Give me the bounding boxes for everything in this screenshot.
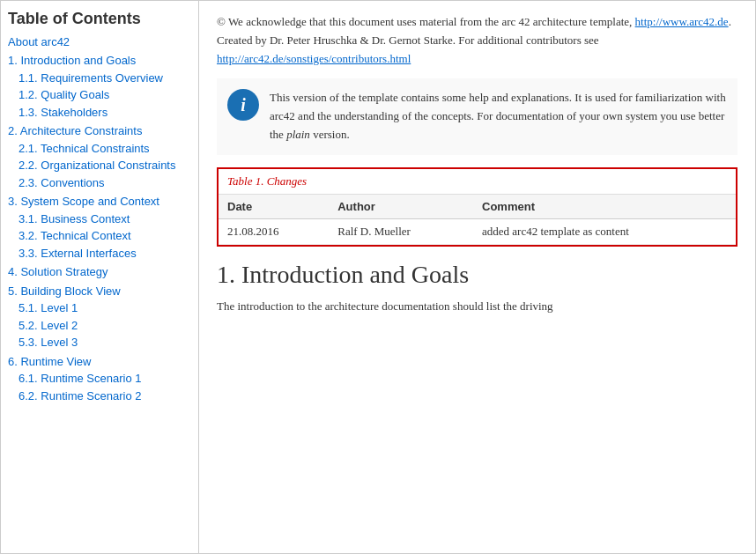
toc-item-1.3[interactable]: 1.3. Stakeholders xyxy=(19,104,191,122)
toc-list: 1. Introduction and Goals1.1. Requiremen… xyxy=(8,52,191,404)
sidebar: Table of Contents About arc42 1. Introdu… xyxy=(1,1,199,553)
arc42-link[interactable]: http://www.arc42.de xyxy=(635,15,729,28)
toc-item-3.2[interactable]: 3.2. Technical Context xyxy=(19,227,191,245)
toc-item-2.3[interactable]: 2.3. Conventions xyxy=(19,174,191,192)
toc-item-3.3[interactable]: 3.3. External Interfaces xyxy=(19,245,191,262)
cell-date: 21.08.2016 xyxy=(219,218,329,244)
col-author: Author xyxy=(329,195,473,219)
toc-item-3[interactable]: 3. System Scope and Context xyxy=(8,193,191,211)
toc-item-1[interactable]: 1. Introduction and Goals xyxy=(8,52,191,70)
changes-table-box: Table 1. Changes Date Author Comment 21.… xyxy=(217,167,737,247)
toc-item-2[interactable]: 2. Architecture Constraints xyxy=(8,122,191,140)
copyright-text-1: © We acknowledge that this document uses… xyxy=(217,15,635,28)
toc-item-4[interactable]: 4. Solution Strategy xyxy=(8,263,191,281)
toc-title: Table of Contents xyxy=(8,10,191,28)
table-row: 21.08.2016Ralf D. Muelleradded arc42 tem… xyxy=(219,218,736,244)
toc-item-2.1[interactable]: 2.1. Technical Constraints xyxy=(19,140,191,158)
toc-item-1.2[interactable]: 1.2. Quality Goals xyxy=(19,86,191,104)
contributors-link[interactable]: http://arc42.de/sonstiges/contributors.h… xyxy=(217,52,411,65)
section-heading: 1. Introduction and Goals xyxy=(217,261,737,289)
toc-item-5.3[interactable]: 5.3. Level 3 xyxy=(19,334,191,351)
toc-item-5[interactable]: 5. Building Block View xyxy=(8,283,191,300)
toc-item-6.2[interactable]: 6.2. Runtime Scenario 2 xyxy=(19,388,191,405)
main-content: © We acknowledge that this document uses… xyxy=(199,1,755,553)
toc-item-3.1[interactable]: 3.1. Business Context xyxy=(19,211,191,228)
col-date: Date xyxy=(219,195,329,219)
col-comment: Comment xyxy=(473,195,736,219)
toc-item-1.1[interactable]: 1.1. Requirements Overview xyxy=(19,70,191,87)
info-icon: i xyxy=(227,89,259,121)
toc-item-5.2[interactable]: 5.2. Level 2 xyxy=(19,317,191,335)
table-header-row: Date Author Comment xyxy=(219,195,736,219)
toc-item-5.1[interactable]: 5.1. Level 1 xyxy=(19,299,191,317)
cell-comment: added arc42 template as content xyxy=(473,218,736,244)
info-box: i This version of the template contains … xyxy=(217,78,737,154)
changes-table-body: 21.08.2016Ralf D. Muelleradded arc42 tem… xyxy=(219,218,736,244)
toc-about-link[interactable]: About arc42 xyxy=(8,35,191,48)
section-intro: The introduction to the architecture doc… xyxy=(217,298,737,316)
changes-table: Date Author Comment 21.08.2016Ralf D. Mu… xyxy=(219,195,736,245)
info-box-text: This version of the template contains so… xyxy=(270,89,727,144)
toc-item-2.2[interactable]: 2.2. Organizational Constraints xyxy=(19,157,191,174)
cell-author: Ralf D. Mueller xyxy=(329,218,473,244)
toc-item-6.1[interactable]: 6.1. Runtime Scenario 1 xyxy=(19,370,191,388)
changes-caption: Table 1. Changes xyxy=(219,169,736,195)
toc-item-6[interactable]: 6. Runtime View xyxy=(8,353,191,371)
copyright-paragraph: © We acknowledge that this document uses… xyxy=(217,13,737,68)
